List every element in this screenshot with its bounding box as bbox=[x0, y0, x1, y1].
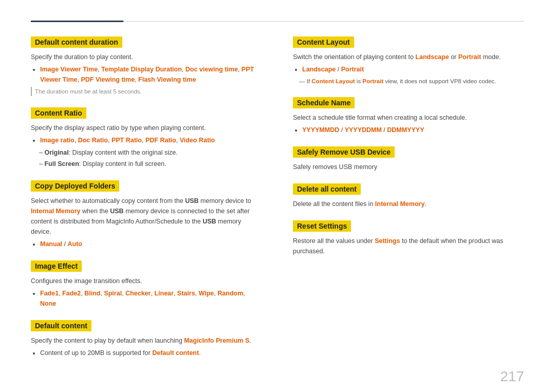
section-body-reset-settings: Restore all the values under Settings to… bbox=[293, 236, 524, 256]
section-schedule-name: Schedule Name Select a schedule title fo… bbox=[293, 97, 524, 135]
list-item: Image ratio, Doc Ratio, PPT Ratio, PDF R… bbox=[40, 135, 262, 145]
section-body-content-layout: Switch the orientation of playing conten… bbox=[293, 52, 524, 86]
link-text: Portrait bbox=[458, 53, 481, 61]
link-text: Internal Memory bbox=[375, 200, 425, 208]
link-text: Settings bbox=[375, 237, 400, 245]
section-title-copy-deployed-folders: Copy Deployed Folders bbox=[31, 180, 119, 192]
body-text: Specify the display aspect ratio by type… bbox=[31, 123, 262, 133]
bullet-list: Manual / Auto bbox=[31, 239, 262, 249]
top-rule bbox=[31, 21, 524, 22]
link-text: Fade1 bbox=[40, 290, 59, 297]
link-text: Stairs bbox=[177, 290, 195, 297]
link-text: Linear bbox=[154, 290, 174, 297]
body-text: Switch the orientation of playing conten… bbox=[293, 52, 524, 62]
section-title-default-content-duration: Default content duration bbox=[31, 36, 122, 48]
body-text: Specify the content to play by default w… bbox=[31, 335, 262, 346]
link-text: Video Ratio bbox=[180, 137, 215, 144]
two-column-layout: Default content duration Specify the dur… bbox=[31, 36, 524, 369]
link-text: Image ratio bbox=[40, 137, 75, 144]
body-text: Restore all the values under Settings to… bbox=[293, 236, 524, 256]
body-text: Delete all the content files in Internal… bbox=[293, 199, 524, 209]
link-text: Portrait bbox=[341, 66, 364, 73]
link-text: Spiral bbox=[104, 290, 122, 297]
link-text: Auto bbox=[67, 240, 82, 248]
link-text: Internal Memory bbox=[31, 208, 81, 215]
section-title-delete-all-content: Delete all content bbox=[293, 183, 361, 195]
section-title-image-effect: Image Effect bbox=[31, 260, 82, 272]
link-text: Portrait bbox=[362, 78, 383, 84]
link-text: Blind bbox=[84, 290, 100, 297]
section-title-content-ratio: Content Ratio bbox=[31, 107, 86, 119]
body-text: Configures the image transition effects. bbox=[31, 276, 262, 286]
link-text: Flash Viewing time bbox=[138, 76, 196, 83]
section-body-default-content: Specify the content to play by default w… bbox=[31, 335, 262, 358]
link-text: PDF Viewing time bbox=[81, 76, 135, 83]
list-item: Landscape / Portrait bbox=[302, 64, 524, 74]
bullet-list: Image ratio, Doc Ratio, PPT Ratio, PDF R… bbox=[31, 135, 262, 145]
section-default-content-duration: Default content duration Specify the dur… bbox=[31, 36, 262, 96]
section-title-reset-settings: Reset Settings bbox=[293, 220, 351, 232]
light-bar bbox=[123, 21, 524, 22]
link-text: DDMMYYYY bbox=[387, 126, 424, 134]
section-title-safely-remove-usb: Safely Remove USB Device bbox=[293, 146, 395, 158]
list-item: YYYYMMDD / YYYYDDMM / DDMMYYYY bbox=[302, 125, 524, 135]
link-text: YYYYDDMM bbox=[345, 126, 382, 134]
list-item: Fade1, Fade2, Blind, Spiral, Checker, Li… bbox=[40, 288, 262, 309]
list-item: Content of up to 20MB is supported for D… bbox=[40, 348, 262, 358]
bullet-list: Landscape / Portrait bbox=[293, 64, 524, 74]
section-copy-deployed-folders: Copy Deployed Folders Select whether to … bbox=[31, 180, 262, 249]
bullet-list: Image Viewer Time, Template Display Dura… bbox=[31, 64, 262, 85]
section-default-content: Default content Specify the content to p… bbox=[31, 320, 262, 358]
body-text: Select a schedule title format when crea… bbox=[293, 113, 524, 123]
section-content-ratio: Content Ratio Specify the display aspect… bbox=[31, 107, 262, 169]
link-text: None bbox=[40, 300, 56, 307]
link-text: YYYYMMDD bbox=[302, 126, 339, 134]
dark-bar bbox=[31, 21, 123, 22]
sub-list-item: Original: Display content with the origi… bbox=[39, 147, 262, 158]
body-text: Specify the duration to play content. bbox=[31, 52, 262, 62]
sub-list: Original: Display content with the origi… bbox=[31, 147, 262, 169]
left-column: Default content duration Specify the dur… bbox=[31, 36, 262, 369]
section-body-schedule-name: Select a schedule title format when crea… bbox=[293, 113, 524, 135]
bullet-list: Content of up to 20MB is supported for D… bbox=[31, 348, 262, 358]
link-text: Template Display Duration bbox=[101, 66, 182, 73]
link-text: Image Viewer Time bbox=[40, 66, 98, 73]
link-text: Doc viewing time bbox=[186, 66, 238, 73]
bullet-list: YYYYMMDD / YYYYDDMM / DDMMYYYY bbox=[293, 125, 524, 135]
section-body-default-content-duration: Specify the duration to play content. Im… bbox=[31, 52, 262, 96]
section-body-delete-all-content: Delete all the content files in Internal… bbox=[293, 199, 524, 209]
section-body-content-ratio: Specify the display aspect ratio by type… bbox=[31, 123, 262, 169]
link-text: Landscape bbox=[415, 53, 449, 61]
section-title-schedule-name: Schedule Name bbox=[293, 97, 355, 108]
list-item: Image Viewer Time, Template Display Dura… bbox=[40, 64, 262, 85]
section-body-copy-deployed-folders: Select whether to automatically copy con… bbox=[31, 196, 262, 249]
link-text: Doc Ratio bbox=[78, 137, 108, 144]
link-text: Landscape bbox=[302, 66, 336, 73]
section-reset-settings: Reset Settings Restore all the values un… bbox=[293, 220, 524, 256]
section-title-default-content: Default content bbox=[31, 320, 91, 331]
link-text: PDF Ratio bbox=[145, 137, 176, 144]
page-number: 217 bbox=[500, 368, 524, 385]
link-text: Manual bbox=[40, 240, 62, 248]
section-title-content-layout: Content Layout bbox=[293, 36, 354, 48]
link-text: MagicInfo Premium S bbox=[184, 337, 249, 344]
list-item: Manual / Auto bbox=[40, 239, 262, 249]
section-safely-remove-usb: Safely Remove USB Device Safely removes … bbox=[293, 146, 524, 172]
link-text: Random bbox=[217, 290, 243, 297]
body-text: Select whether to automatically copy con… bbox=[31, 196, 262, 237]
link-text: Content Layout bbox=[311, 78, 355, 84]
section-body-safely-remove-usb: Safely removes USB memory bbox=[293, 162, 524, 172]
link-text: Wipe bbox=[199, 290, 214, 297]
link-text: Default content bbox=[152, 349, 199, 357]
sub-list-item: Full Screen: Display content in full scr… bbox=[39, 159, 262, 169]
link-text: Fade2 bbox=[62, 290, 81, 297]
note-text: The duration must be at least 5 seconds. bbox=[31, 87, 262, 96]
if-note-text: If Content Layout is Portrait view, it d… bbox=[293, 77, 524, 86]
link-text: Checker bbox=[125, 290, 151, 297]
section-image-effect: Image Effect Configures the image transi… bbox=[31, 260, 262, 309]
section-delete-all-content: Delete all content Delete all the conten… bbox=[293, 183, 524, 209]
body-text: Safely removes USB memory bbox=[293, 162, 524, 172]
section-body-image-effect: Configures the image transition effects.… bbox=[31, 276, 262, 309]
link-text: PPT Ratio bbox=[112, 137, 142, 144]
bullet-list: Fade1, Fade2, Blind, Spiral, Checker, Li… bbox=[31, 288, 262, 309]
